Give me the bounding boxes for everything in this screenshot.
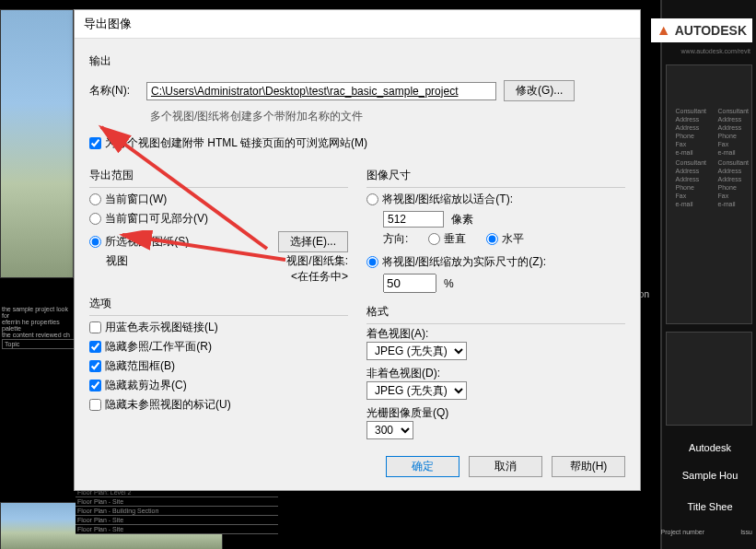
path-input[interactable] bbox=[146, 82, 496, 100]
topic-label: Topic bbox=[2, 339, 77, 349]
sample-label: Sample Hou bbox=[668, 470, 752, 481]
opt-ref-check[interactable] bbox=[89, 341, 101, 353]
html-checkbox[interactable] bbox=[89, 137, 101, 149]
range-title: 导出范围 bbox=[89, 168, 348, 183]
quality-label: 光栅图像质量(Q) bbox=[366, 405, 625, 421]
range-window-radio[interactable] bbox=[89, 193, 101, 205]
options-title: 选项 bbox=[89, 296, 348, 311]
dir-h-radio[interactable] bbox=[486, 233, 498, 245]
viewset-label: 视图/图纸集: bbox=[286, 253, 348, 269]
view-label: 视图 bbox=[106, 253, 128, 269]
export-dialog: 导出图像 输出 名称(N): 修改(G)... 多个视图/图纸将创建多个带附加名… bbox=[74, 9, 641, 491]
nonshaded-select[interactable]: JPEG (无失真) bbox=[366, 381, 467, 400]
size-title: 图像尺寸 bbox=[366, 168, 625, 183]
autodesk-url: www.autodesk.com/revit bbox=[681, 48, 750, 54]
consultant-2: ConsultantAddressAddressPhoneFaxe-mail bbox=[718, 107, 749, 158]
viewset-value: <在任务中> bbox=[286, 269, 348, 285]
format-title: 格式 bbox=[366, 304, 625, 320]
opt-blue-check[interactable] bbox=[89, 321, 101, 333]
consultant-1: ConsultantAddressAddressPhoneFaxe-mail bbox=[676, 107, 706, 158]
modify-button[interactable]: 修改(G)... bbox=[504, 80, 575, 101]
name-label: 名称(N): bbox=[89, 83, 139, 99]
select-button[interactable]: 选择(E)... bbox=[278, 231, 348, 252]
pixel-input[interactable] bbox=[383, 211, 444, 228]
issue-label: Issu bbox=[740, 529, 752, 535]
size-fit-radio[interactable] bbox=[366, 193, 378, 205]
cancel-button[interactable]: 取消 bbox=[469, 456, 542, 477]
project-number: Project number bbox=[661, 529, 704, 535]
title-sheet-label: Title Shee bbox=[668, 501, 752, 512]
table-row: Floor Plan - Building Section bbox=[76, 507, 278, 516]
size-actual-radio[interactable] bbox=[366, 256, 378, 268]
opt-crop-check[interactable] bbox=[89, 380, 101, 391]
ok-button[interactable]: 确定 bbox=[386, 456, 459, 477]
output-section: 输出 bbox=[89, 53, 625, 69]
consultant-3: ConsultantAddressAddressPhoneFaxe-mail bbox=[676, 158, 706, 209]
nonshaded-label: 非着色视图(D): bbox=[366, 366, 625, 381]
html-checkbox-label: 为每个视图创建附带 HTML 链接页面的可浏览网站(M) bbox=[105, 135, 367, 151]
dialog-title: 导出图像 bbox=[75, 10, 640, 39]
path-note: 多个视图/图纸将创建多个带附加名称的文件 bbox=[150, 109, 363, 124]
range-selected-radio[interactable] bbox=[89, 236, 101, 248]
quality-select[interactable]: 300 bbox=[366, 421, 413, 439]
preview-block-2 bbox=[666, 332, 752, 426]
brand-label: Autodesk bbox=[668, 442, 752, 453]
opt-scope-check[interactable] bbox=[89, 360, 101, 372]
range-visible-radio[interactable] bbox=[89, 213, 101, 225]
zoom-input[interactable] bbox=[383, 274, 436, 293]
dir-v-radio[interactable] bbox=[428, 233, 440, 245]
table-row: Floor Plan - Site bbox=[76, 497, 278, 507]
table-row: Floor Plan - Site bbox=[76, 516, 278, 525]
shaded-select[interactable]: JPEG (无失真) bbox=[366, 342, 467, 360]
consultant-4: ConsultantAddressAddressPhoneFaxe-mail bbox=[718, 158, 749, 209]
autodesk-logo: ▲AUTODESK bbox=[651, 18, 752, 42]
opt-unref-check[interactable] bbox=[89, 399, 101, 411]
sample-text-1: the sample project look for eferrin he p… bbox=[2, 306, 72, 338]
table-row: Floor Plan - Site bbox=[76, 525, 278, 534]
direction-label: 方向: bbox=[383, 231, 408, 247]
bg-thumb-left bbox=[0, 9, 74, 278]
help-button[interactable]: 帮助(H) bbox=[552, 456, 625, 477]
shaded-label: 着色视图(A): bbox=[366, 326, 625, 342]
